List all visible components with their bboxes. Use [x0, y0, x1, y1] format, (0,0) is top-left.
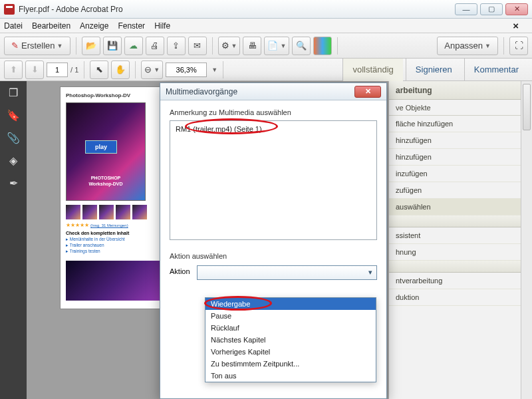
panel-item[interactable]: hnung — [389, 244, 532, 261]
page-title: Photoshop-Workshop-DV — [66, 92, 174, 98]
window-buttons: — ▢ ✕ — [455, 3, 528, 15]
panel-item[interactable]: ntverarbeitung — [389, 273, 532, 289]
thumb-3[interactable] — [99, 205, 114, 219]
tools-panel: arbeitung ve Objekte fläche hinzufügen h… — [388, 81, 532, 399]
dvd-cover: play PHOTOSHOPWorkshop-DVD — [66, 102, 146, 201]
main-toolbar: ✎ Erstellen ▼ 📂 💾 ☁ 🖨 ⇪ ✉ ⚙▼ 🖶 📄▼ 🔍 . An… — [0, 33, 532, 59]
action-dropdown: Wiedergabe Pause Rücklauf Nächstes Kapit… — [205, 297, 376, 382]
search-doc-icon[interactable]: 🔍 — [292, 37, 311, 55]
content-link-3[interactable]: Trainings testen — [66, 249, 174, 254]
minimize-button[interactable]: — — [455, 3, 477, 15]
panel-item[interactable]: inzufügen — [389, 166, 532, 182]
customize-label: Anpassen — [444, 41, 483, 51]
zoom-dd-icon[interactable]: ▼ — [211, 66, 217, 73]
thumb-5[interactable] — [132, 205, 147, 219]
share-icon[interactable]: ⇪ — [167, 37, 186, 55]
menubar: Datei Bearbeiten Anzeige Fenster Hilfe × — [0, 19, 532, 33]
footer-image — [66, 261, 174, 301]
menu-close-icon[interactable]: × — [513, 20, 519, 31]
panel-item-selected[interactable]: auswählen — [389, 199, 532, 215]
dropdown-item-rewind[interactable]: Rücklauf — [205, 322, 376, 334]
panel-subheader[interactable]: ve Objekte — [389, 100, 532, 116]
save-icon[interactable]: 💾 — [103, 37, 122, 55]
panel-item[interactable]: fläche hinzufügen — [389, 116, 532, 132]
sign-tab[interactable]: Signieren — [406, 59, 462, 81]
print-icon[interactable]: 🖨 — [146, 37, 164, 55]
menu-window[interactable]: Fenster — [118, 21, 145, 31]
dropdown-item-next[interactable]: Nächstes Kapitel — [205, 334, 376, 346]
dialog-close-button[interactable]: ✕ — [354, 86, 381, 98]
customize-button[interactable]: Anpassen ▼ — [437, 37, 498, 55]
page-number-input[interactable] — [47, 63, 68, 77]
color-icon[interactable]: . — [313, 37, 332, 55]
panel-sep — [389, 215, 532, 227]
dialog-title: Multimediavorgänge — [166, 87, 237, 96]
zoom-out-icon[interactable]: ⊖▼ — [141, 61, 163, 79]
pages-icon[interactable]: ❐ — [6, 85, 21, 100]
panel-item[interactable]: hinzufügen — [389, 132, 532, 149]
panel-header[interactable]: arbeitung — [389, 81, 532, 100]
panel-item[interactable]: zufügen — [389, 182, 532, 199]
annotation-item[interactable]: RM1 (trailer.mp4) (Seite 1) — [174, 124, 263, 134]
dropdown-item-play[interactable]: Wiedergabe — [205, 298, 376, 310]
panel-item[interactable]: hinzufügen — [389, 149, 532, 166]
content-link-2[interactable]: Trailer anschauen — [66, 243, 174, 248]
zoom-input[interactable] — [166, 63, 207, 77]
section-head: Check den kompletten Inhalt — [66, 231, 174, 235]
create-label: Erstellen — [21, 41, 55, 51]
content-link-1[interactable]: Menüinhalte in der Übersicht — [66, 237, 174, 242]
select-annotation-label: Anmerkung zu Multimedia auswählen — [170, 108, 377, 116]
page-down-icon[interactable]: ⬇ — [25, 61, 44, 79]
mail-icon[interactable]: ✉ — [188, 37, 207, 55]
menu-help[interactable]: Hilfe — [154, 21, 170, 31]
rating: ★★★★★(Insg. 31 Meinungen) — [66, 222, 174, 228]
dropdown-item-mute[interactable]: Ton aus — [205, 370, 376, 382]
fullscreen-icon[interactable]: ⛶ — [509, 37, 528, 55]
thumb-4[interactable] — [116, 205, 130, 219]
thumb-1[interactable] — [66, 205, 80, 219]
sig-icon[interactable]: ✒ — [6, 176, 21, 190]
dialog-titlebar[interactable]: Multimediavorgänge ✕ — [160, 83, 386, 100]
action-field-label: Aktion — [170, 265, 190, 275]
attachment-icon[interactable]: 📎 — [6, 130, 21, 145]
menu-view[interactable]: Anzeige — [80, 21, 108, 31]
panel-item[interactable]: ssistent — [389, 227, 532, 244]
dvd-label: PHOTOSHOPWorkshop-DVD — [66, 176, 145, 187]
titlebar: Flyer.pdf - Adobe Acrobat Pro — ▢ ✕ — [0, 0, 532, 19]
thumb-2[interactable] — [82, 205, 97, 219]
dropdown-item-time[interactable]: Zu bestimmtem Zeitpunkt... — [205, 358, 376, 370]
dropdown-item-prev[interactable]: Vorheriges Kapitel — [205, 346, 376, 358]
print-gear-icon[interactable]: 🖶 — [243, 37, 261, 55]
page-total: 1 — [74, 66, 78, 74]
bookmark-icon[interactable]: 🔖 — [6, 108, 21, 122]
window-title: Flyer.pdf - Adobe Acrobat Pro — [19, 5, 123, 14]
dropdown-item-pause[interactable]: Pause — [205, 310, 376, 322]
cloud-icon[interactable]: ☁ — [124, 37, 143, 55]
fullscreen-tab[interactable]: vollständig — [342, 59, 402, 81]
create-button[interactable]: ✎ Erstellen ▼ — [4, 37, 70, 55]
nav-toolbar: ⬆ ⬇ / 1 ⬉ ✋ ⊖▼ ▼ vollständig Signieren K… — [0, 59, 532, 81]
play-button[interactable]: play — [85, 140, 117, 154]
open-icon[interactable]: 📂 — [82, 37, 100, 55]
doc-icon[interactable]: 📄▼ — [264, 37, 289, 55]
action-combobox[interactable] — [197, 265, 377, 280]
scrollbar-thumb[interactable] — [523, 84, 531, 130]
dialog-body: Anmerkung zu Multimedia auswählen RM1 (t… — [160, 100, 386, 288]
page-up-icon[interactable]: ⬆ — [4, 61, 23, 79]
menu-edit[interactable]: Bearbeiten — [32, 21, 70, 31]
menu-file[interactable]: Datei — [4, 21, 23, 31]
left-rail: ❐ 🔖 📎 ◈ ✒ — [0, 81, 27, 399]
maximize-button[interactable]: ▢ — [480, 3, 503, 15]
pointer-icon[interactable]: ⬉ — [90, 61, 108, 79]
panel-sep — [389, 261, 532, 273]
layers-icon[interactable]: ◈ — [6, 153, 21, 168]
reviews-link[interactable]: (Insg. 31 Meinungen) — [90, 223, 128, 227]
right-scrollbar[interactable] — [521, 81, 532, 399]
annotation-listbox[interactable]: RM1 (trailer.mp4) (Seite 1) — [170, 120, 377, 240]
comment-tab[interactable]: Kommentar — [464, 59, 528, 81]
gear-icon[interactable]: ⚙▼ — [218, 37, 241, 55]
select-action-label: Aktion auswählen — [170, 252, 377, 260]
close-button[interactable]: ✕ — [505, 3, 528, 15]
panel-item[interactable]: duktion — [389, 289, 532, 306]
hand-icon[interactable]: ✋ — [111, 61, 130, 79]
